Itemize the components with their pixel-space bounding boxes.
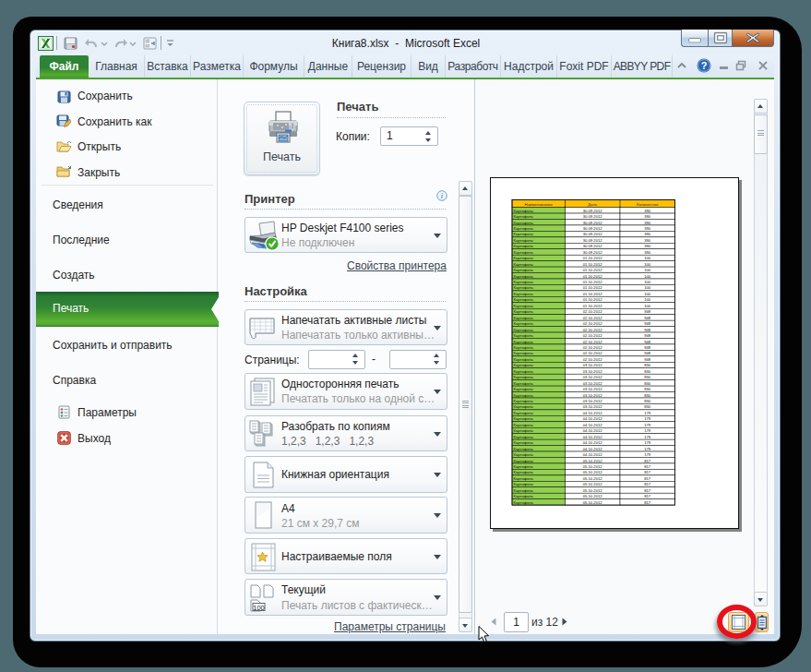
svg-text:830: 830 bbox=[644, 387, 651, 391]
svg-text:Картофель: Картофель bbox=[513, 499, 533, 504]
svg-text:05.10.2012: 05.10.2012 bbox=[582, 458, 602, 462]
svg-text:Картофель: Картофель bbox=[513, 309, 533, 314]
svg-text:830: 830 bbox=[644, 375, 651, 379]
svg-text:30.09.2012: 30.09.2012 bbox=[582, 220, 602, 224]
svg-text:02.10.2012: 02.10.2012 bbox=[582, 327, 602, 331]
svg-text:948: 948 bbox=[644, 356, 651, 361]
svg-text:05.10.2012: 05.10.2012 bbox=[582, 470, 602, 474]
svg-text:30.09.2012: 30.09.2012 bbox=[582, 225, 602, 230]
svg-text:390: 390 bbox=[644, 244, 651, 248]
svg-text:179: 179 bbox=[644, 452, 651, 457]
svg-text:Картофель: Картофель bbox=[513, 273, 533, 278]
svg-text:100: 100 bbox=[644, 280, 651, 284]
svg-text:Картофель: Картофель bbox=[513, 458, 533, 462]
svg-text:03.10.2012: 03.10.2012 bbox=[582, 404, 602, 409]
svg-text:04.10.2012: 04.10.2012 bbox=[582, 452, 602, 457]
svg-text:Картофель: Картофель bbox=[513, 232, 533, 236]
svg-text:179: 179 bbox=[644, 434, 651, 438]
svg-text:03.10.2012: 03.10.2012 bbox=[582, 375, 602, 379]
svg-text:Картофель: Картофель bbox=[513, 351, 533, 355]
svg-text:390: 390 bbox=[644, 208, 651, 212]
svg-text:179: 179 bbox=[644, 416, 651, 421]
svg-text:01.10.2012: 01.10.2012 bbox=[582, 285, 602, 290]
svg-text:01.10.2012: 01.10.2012 bbox=[582, 256, 602, 260]
svg-text:05.10.2012: 05.10.2012 bbox=[582, 499, 602, 504]
svg-text:04.10.2012: 04.10.2012 bbox=[582, 422, 602, 426]
svg-text:03.10.2012: 03.10.2012 bbox=[582, 392, 602, 397]
svg-text:04.10.2012: 04.10.2012 bbox=[582, 416, 602, 421]
svg-text:02.10.2012: 02.10.2012 bbox=[582, 321, 602, 326]
svg-text:Картофель: Картофель bbox=[513, 237, 533, 242]
svg-text:830: 830 bbox=[644, 392, 651, 397]
svg-text:179: 179 bbox=[644, 440, 651, 445]
svg-text:948: 948 bbox=[644, 351, 651, 355]
svg-text:Картофель: Картофель bbox=[513, 280, 533, 284]
svg-text:948: 948 bbox=[644, 321, 651, 326]
svg-text:179: 179 bbox=[644, 410, 651, 414]
svg-text:Картофель: Картофель bbox=[513, 375, 533, 379]
svg-text:Дата: Дата bbox=[588, 201, 597, 206]
svg-text:Картофель: Картофель bbox=[513, 327, 533, 331]
svg-text:817: 817 bbox=[644, 463, 651, 468]
svg-text:Картофель: Картофель bbox=[513, 321, 533, 326]
svg-text:100: 100 bbox=[644, 256, 651, 260]
svg-text:Картофель: Картофель bbox=[513, 249, 533, 254]
svg-text:Картофель: Картофель bbox=[513, 494, 533, 498]
svg-text:Картофель: Картофель bbox=[513, 487, 533, 492]
svg-text:Картофель: Картофель bbox=[513, 333, 533, 338]
svg-text:Картофель: Картофель bbox=[513, 297, 533, 302]
svg-text:05.10.2012: 05.10.2012 bbox=[582, 494, 602, 498]
svg-text:817: 817 bbox=[644, 482, 651, 486]
svg-text:03.10.2012: 03.10.2012 bbox=[582, 368, 602, 373]
svg-text:948: 948 bbox=[644, 309, 651, 314]
svg-text:Количество: Количество bbox=[636, 201, 658, 206]
svg-text:03.10.2012: 03.10.2012 bbox=[582, 380, 602, 385]
svg-text:01.10.2012: 01.10.2012 bbox=[582, 261, 602, 266]
svg-text:Картофель: Картофель bbox=[513, 291, 533, 295]
svg-text:Картофель: Картофель bbox=[513, 363, 533, 367]
svg-text:05.10.2012: 05.10.2012 bbox=[582, 482, 602, 486]
svg-text:Картофель: Картофель bbox=[513, 463, 533, 468]
svg-text:Картофель: Картофель bbox=[513, 475, 533, 480]
svg-text:390: 390 bbox=[644, 214, 651, 219]
svg-text:02.10.2012: 02.10.2012 bbox=[582, 339, 602, 343]
svg-text:948: 948 bbox=[644, 315, 651, 319]
svg-text:02.10.2012: 02.10.2012 bbox=[582, 351, 602, 355]
svg-text:Картофель: Картофель bbox=[513, 434, 533, 438]
svg-text:02.10.2012: 02.10.2012 bbox=[582, 315, 602, 319]
svg-text:05.10.2012: 05.10.2012 bbox=[582, 475, 602, 480]
svg-text:Картофель: Картофель bbox=[513, 428, 533, 433]
svg-text:02.10.2012: 02.10.2012 bbox=[582, 344, 602, 349]
svg-text:100: 100 bbox=[644, 303, 651, 307]
svg-text:830: 830 bbox=[644, 404, 651, 409]
svg-text:03.10.2012: 03.10.2012 bbox=[582, 387, 602, 391]
svg-text:30.09.2012: 30.09.2012 bbox=[582, 232, 602, 236]
svg-text:Картофель: Картофель bbox=[513, 344, 533, 349]
svg-text:948: 948 bbox=[644, 327, 651, 331]
svg-text:30.09.2012: 30.09.2012 bbox=[582, 244, 602, 248]
svg-text:04.10.2012: 04.10.2012 bbox=[582, 446, 602, 450]
svg-text:04.10.2012: 04.10.2012 bbox=[582, 434, 602, 438]
svg-text:817: 817 bbox=[644, 458, 651, 462]
svg-text:Картофель: Картофель bbox=[513, 404, 533, 409]
svg-text:179: 179 bbox=[644, 422, 651, 426]
svg-text:30.09.2012: 30.09.2012 bbox=[582, 249, 602, 254]
svg-text:179: 179 bbox=[644, 428, 651, 433]
svg-text:Картофель: Картофель bbox=[513, 392, 533, 397]
svg-text:Картофель: Картофель bbox=[513, 410, 533, 414]
svg-text:830: 830 bbox=[644, 399, 651, 403]
svg-text:390: 390 bbox=[644, 225, 651, 230]
svg-text:100: 100 bbox=[644, 268, 651, 272]
svg-text:Картофель: Картофель bbox=[513, 422, 533, 426]
svg-text:100: 100 bbox=[644, 291, 651, 295]
svg-text:Картофель: Картофель bbox=[513, 380, 533, 385]
svg-text:01.10.2012: 01.10.2012 bbox=[582, 273, 602, 278]
svg-text:03.10.2012: 03.10.2012 bbox=[582, 399, 602, 403]
svg-text:817: 817 bbox=[644, 487, 651, 492]
svg-text:817: 817 bbox=[644, 475, 651, 480]
svg-text:100: 100 bbox=[644, 273, 651, 278]
svg-text:02.10.2012: 02.10.2012 bbox=[582, 356, 602, 361]
svg-text:01.10.2012: 01.10.2012 bbox=[582, 280, 602, 284]
svg-text:01.10.2012: 01.10.2012 bbox=[582, 303, 602, 307]
svg-text:390: 390 bbox=[644, 232, 651, 236]
